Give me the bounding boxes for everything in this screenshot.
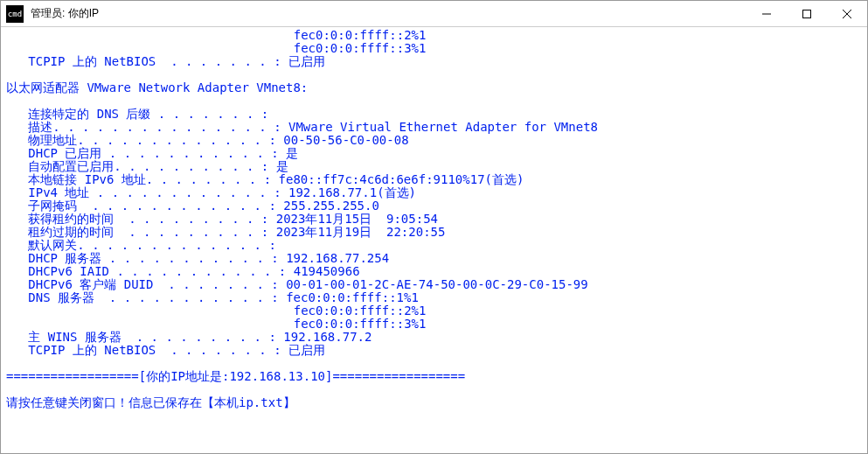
- terminal-line: DHCP 已启用 . . . . . . . . . . . : 是: [6, 147, 862, 160]
- terminal-line: 自动配置已启用. . . . . . . . . . : 是: [6, 160, 862, 173]
- window: cmd 管理员: 你的IP fec0:0:0:ffff::2%1 fec0:0:…: [0, 0, 868, 454]
- terminal-output[interactable]: fec0:0:0:ffff::2%1 fec0:0:0:ffff::3%1 TC…: [1, 27, 867, 453]
- terminal-line: IPv4 地址 . . . . . . . . . . . . : 192.16…: [6, 186, 862, 199]
- terminal-line: 主 WINS 服务器 . . . . . . . . . : 192.168.7…: [6, 331, 862, 344]
- terminal-line: 本地链接 IPv6 地址. . . . . . . . : fe80::ff7c…: [6, 173, 862, 186]
- terminal-line: ==================[你的IP地址是:192.168.13.10…: [6, 370, 862, 383]
- terminal-line: DNS 服务器 . . . . . . . . . . . : fec0:0:0…: [6, 291, 862, 304]
- close-icon: [843, 10, 851, 18]
- terminal-line: 默认网关. . . . . . . . . . . . . :: [6, 239, 862, 252]
- terminal-line: [6, 357, 862, 370]
- terminal-line: 物理地址. . . . . . . . . . . . . : 00-50-56…: [6, 134, 862, 147]
- terminal-line: 租约过期的时间 . . . . . . . . . : 2023年11月19日 …: [6, 226, 862, 239]
- svg-rect-1: [803, 10, 811, 17]
- terminal-line: fec0:0:0:ffff::2%1: [6, 29, 862, 42]
- maximize-icon: [802, 10, 811, 18]
- terminal-line: DHCPv6 IAID . . . . . . . . . . . : 4194…: [6, 265, 862, 278]
- terminal-line: fec0:0:0:ffff::2%1: [6, 304, 862, 318]
- minimize-button[interactable]: [746, 1, 787, 27]
- titlebar[interactable]: cmd 管理员: 你的IP: [1, 1, 867, 27]
- terminal-line: 以太网适配器 VMware Network Adapter VMnet8:: [6, 81, 862, 94]
- terminal-line: DHCPv6 客户端 DUID . . . . . . . : 00-01-00…: [6, 278, 862, 291]
- terminal-line: TCPIP 上的 NetBIOS . . . . . . . : 已启用: [6, 344, 862, 357]
- terminal-line: 子网掩码 . . . . . . . . . . . . : 255.255.2…: [6, 199, 862, 213]
- terminal-line: fec0:0:0:ffff::3%1: [6, 318, 862, 331]
- terminal-line: 连接特定的 DNS 后缀 . . . . . . . :: [6, 108, 862, 121]
- terminal-line: DHCP 服务器 . . . . . . . . . . . : 192.168…: [6, 252, 862, 265]
- terminal-line: [6, 68, 862, 81]
- cmd-icon: cmd: [6, 5, 24, 23]
- maximize-button[interactable]: [787, 1, 827, 27]
- window-title: 管理员: 你的IP: [31, 6, 99, 21]
- terminal-line: 请按任意键关闭窗口！信息已保存在【本机ip.txt】: [6, 396, 862, 409]
- close-button[interactable]: [827, 1, 867, 27]
- terminal-line: [6, 94, 862, 108]
- terminal-line: fec0:0:0:ffff::3%1: [6, 42, 862, 55]
- terminal-line: TCPIP 上的 NetBIOS . . . . . . . : 已启用: [6, 55, 862, 68]
- minimize-icon: [762, 10, 771, 18]
- terminal-line: [6, 383, 862, 396]
- terminal-line: 描述. . . . . . . . . . . . . . . : VMware…: [6, 121, 862, 134]
- terminal-line: 获得租约的时间 . . . . . . . . . : 2023年11月15日 …: [6, 213, 862, 226]
